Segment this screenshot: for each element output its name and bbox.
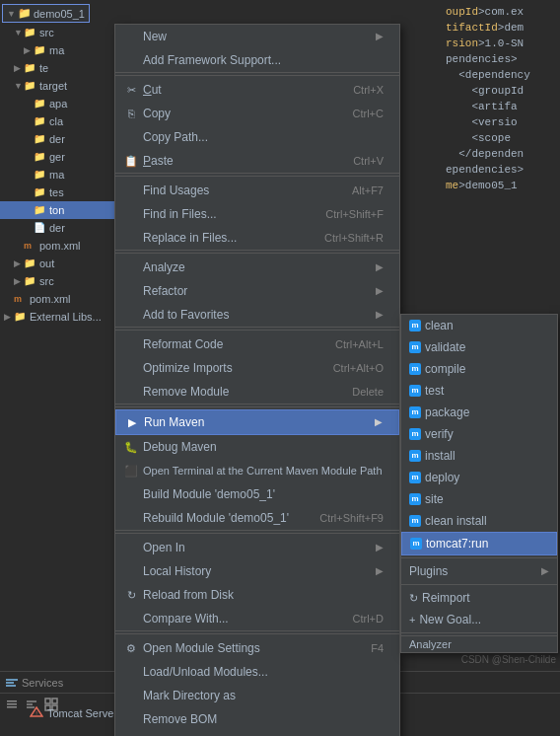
- tree-der[interactable]: 📁 der: [0, 130, 133, 148]
- maven-new-goal[interactable]: + New Goal...: [401, 609, 557, 630]
- sep5: [115, 406, 399, 407]
- tree-tes[interactable]: 📁 tes: [0, 184, 133, 201]
- maven-goal-tomcat7-run[interactable]: m tomcat7:run: [401, 532, 557, 555]
- favorites-arrow: ▶: [376, 305, 384, 325]
- history-icon: [123, 563, 139, 579]
- tree-pom2[interactable]: m pom.xml: [0, 290, 133, 308]
- svg-rect-10: [52, 699, 57, 703]
- maven-goal-verify[interactable]: m verify: [401, 423, 557, 445]
- svg-rect-4: [7, 703, 17, 705]
- menu-open-in[interactable]: Open In ▶: [115, 536, 399, 559]
- maven-clean-icon: m: [409, 320, 421, 331]
- menu-add-bom[interactable]: Add BOM: [115, 731, 399, 736]
- menu-favorites[interactable]: Add to Favorites ▶: [115, 303, 399, 328]
- maven-goal-install[interactable]: m install: [401, 445, 557, 467]
- maven-site-icon: m: [409, 493, 421, 505]
- menu-mark-dir[interactable]: Mark Directory as: [115, 684, 399, 707]
- menu-cut[interactable]: ✂ Cut Ctrl+X: [115, 78, 399, 102]
- svg-rect-1: [6, 682, 14, 684]
- project-folder-icon: 📁: [18, 7, 32, 20]
- services-icon: [4, 675, 20, 691]
- settings-icon: ⚙: [123, 640, 139, 656]
- svg-rect-0: [6, 679, 18, 681]
- open-in-icon: [123, 540, 139, 555]
- tree-pom1[interactable]: m pom.xml: [0, 237, 133, 255]
- svg-text:!: !: [35, 710, 37, 716]
- svg-rect-9: [45, 699, 50, 703]
- menu-add-framework[interactable]: Add Framework Support...: [115, 48, 399, 73]
- menu-load-unload[interactable]: Load/Unload Modules...: [115, 660, 399, 684]
- open-in-arrow: ▶: [376, 538, 384, 557]
- menu-find-usages[interactable]: Find Usages Alt+F7: [115, 179, 399, 202]
- menu-rebuild-module[interactable]: Rebuild Module 'demo05_1' Ctrl+Shift+F9: [115, 506, 399, 531]
- reformat-icon: [123, 336, 139, 352]
- menu-reload[interactable]: ↻ Reload from Disk: [115, 583, 399, 607]
- menu-local-history[interactable]: Local History ▶: [115, 559, 399, 583]
- new-icon: [123, 29, 139, 44]
- menu-analyze[interactable]: Analyze ▶: [115, 256, 399, 279]
- svg-rect-2: [6, 685, 16, 687]
- maven-goal-site[interactable]: m site: [401, 488, 557, 510]
- tree-ma[interactable]: ▶ 📁 ma: [0, 41, 133, 59]
- tree-ma2[interactable]: 📁 ma: [0, 166, 133, 184]
- menu-module-settings[interactable]: ⚙ Open Module Settings F4: [115, 636, 399, 660]
- tree-target[interactable]: ▼ 📁 target: [0, 77, 133, 95]
- optimize-icon: [123, 360, 139, 376]
- maven-compile-icon: m: [409, 363, 421, 375]
- menu-debug-maven[interactable]: 🐛 Debug Maven: [115, 435, 399, 459]
- menu-copy-path[interactable]: Copy Path...: [115, 125, 399, 149]
- menu-build-module[interactable]: Build Module 'demo05_1': [115, 482, 399, 506]
- tree-external-libs[interactable]: ▶ 📁 External Libs...: [0, 308, 133, 326]
- tree-src[interactable]: ▼ 📁 src: [0, 24, 133, 41]
- copy-icon: ⎘: [123, 106, 139, 121]
- maven-plugins[interactable]: Plugins ▶: [401, 560, 557, 582]
- maven-goal-compile[interactable]: m compile: [401, 358, 557, 380]
- favorites-icon: [123, 307, 139, 323]
- tomcat-server-label: ! Tomcat Server: [30, 706, 117, 720]
- menu-replace-files[interactable]: Replace in Files... Ctrl+Shift+R: [115, 226, 399, 251]
- maven-goal-package[interactable]: m package: [401, 402, 557, 423]
- sep7: [115, 633, 399, 634]
- menu-new[interactable]: New ▶: [115, 25, 399, 48]
- menu-optimize[interactable]: Optimize Imports Ctrl+Alt+O: [115, 356, 399, 380]
- tree-ton[interactable]: 📁 ton: [0, 201, 133, 219]
- tree-der2[interactable]: 📄 der: [0, 219, 133, 237]
- menu-copy[interactable]: ⎘ Copy Ctrl+C: [115, 102, 399, 125]
- tree-cla[interactable]: 📁 cla: [0, 112, 133, 130]
- copy-path-icon: [123, 129, 139, 145]
- menu-remove-bom[interactable]: Remove BOM: [115, 707, 399, 731]
- maven-submenu: m clean m validate m compile m test m pa…: [400, 314, 558, 653]
- tree-src2[interactable]: ▶ 📁 src: [0, 272, 133, 290]
- menu-compare[interactable]: Compare With... Ctrl+D: [115, 607, 399, 631]
- menu-open-terminal[interactable]: ⬛ Open Terminal at the Current Maven Mod…: [115, 459, 399, 482]
- rebuild-icon: [123, 510, 139, 526]
- terminal-icon: ⬛: [123, 463, 139, 478]
- build-icon: [123, 486, 139, 502]
- project-root[interactable]: ▼ 📁 demo05_1: [2, 4, 90, 23]
- maven-deploy-icon: m: [409, 472, 421, 483]
- maven-goal-test[interactable]: m test: [401, 380, 557, 402]
- tree-apa[interactable]: 📁 apa: [0, 95, 133, 112]
- menu-remove-module[interactable]: Remove Module Delete: [115, 380, 399, 405]
- menu-paste[interactable]: 📋 Paste Ctrl+V: [115, 149, 399, 174]
- tree-out[interactable]: ▶ 📁 out: [0, 255, 133, 272]
- sep3: [115, 253, 399, 254]
- maven-validate-icon: m: [409, 341, 421, 353]
- maven-goal-clean-install[interactable]: m clean install: [401, 510, 557, 532]
- menu-find-files[interactable]: Find in Files... Ctrl+Shift+F: [115, 202, 399, 226]
- maven-goal-validate[interactable]: m validate: [401, 336, 557, 358]
- maven-sep2: [401, 584, 557, 585]
- toolbar-btn-1[interactable]: [4, 697, 20, 712]
- sep1: [115, 75, 399, 76]
- maven-reimport[interactable]: ↻ Reimport: [401, 587, 557, 609]
- menu-refactor[interactable]: Refactor ▶: [115, 279, 399, 303]
- svg-rect-3: [7, 700, 17, 702]
- maven-tomcat-icon: m: [410, 538, 422, 550]
- maven-goal-deploy[interactable]: m deploy: [401, 467, 557, 488]
- maven-package-icon: m: [409, 406, 421, 418]
- tree-te[interactable]: ▶ 📁 te: [0, 59, 133, 77]
- menu-run-maven[interactable]: ▶ Run Maven ▶: [115, 409, 399, 435]
- maven-goal-clean[interactable]: m clean: [401, 315, 557, 336]
- tree-ger[interactable]: 📁 ger: [0, 148, 133, 166]
- menu-reformat[interactable]: Reformat Code Ctrl+Alt+L: [115, 332, 399, 356]
